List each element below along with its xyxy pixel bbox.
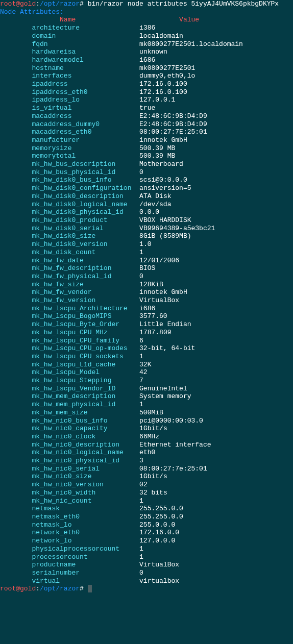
attr-name: netmask	[32, 505, 60, 512]
attr-value: innotek GmbH	[139, 136, 187, 144]
attr-name: mk_hw_lscpu_CPU_op-modes	[32, 344, 127, 352]
table-row: macaddress_eth0 08:00:27:7E:25:01	[0, 128, 293, 136]
attr-name: macaddress_eth0	[32, 128, 91, 136]
attr-name: interfaces	[32, 72, 71, 80]
attr-value: System memory	[139, 392, 191, 400]
attr-value: 66MHz	[139, 433, 159, 440]
attr-value: 08:00:27:7E:25:01	[139, 128, 207, 136]
attr-name: ipaddress	[32, 80, 67, 88]
attr-name: macaddress	[32, 112, 71, 120]
attr-name: mk_hw_disk0_logical_name	[32, 201, 127, 208]
cursor	[88, 585, 92, 592]
prompt-user-host: root@gold	[0, 0, 36, 8]
attr-name: mk_hw_mem_physical_id	[32, 401, 115, 408]
attr-name: virtual	[32, 577, 60, 585]
attr-name: mk_hw_mem_size	[32, 409, 87, 416]
attr-value: mk0800277E2501.localdomain	[139, 40, 243, 48]
attr-name: physicalprocessorcount	[32, 545, 119, 553]
attr-value: 1Gbit/s	[139, 425, 167, 432]
attr-name: mk_hw_fw_version	[32, 296, 95, 304]
attr-name: ipaddress_eth0	[32, 88, 87, 96]
table-row: hardwaremodel i686	[0, 56, 293, 64]
attr-value: 02	[139, 481, 148, 488]
attr-name: mk_hw_nic0_serial	[32, 465, 100, 473]
attr-name: mk_hw_nic0_width	[32, 489, 95, 497]
table-row: mk_hw_disk0_version 1.0	[0, 240, 293, 249]
attr-name: mk_hw_lscpu_Vendor_ID	[32, 385, 115, 392]
table-row: mk_hw_nic0_version 02	[0, 481, 293, 489]
attr-value: 128KiB	[139, 281, 163, 288]
attr-name: mk_hw_nic0_bus_info	[32, 417, 107, 425]
prompt-line-1: root@gold:/opt/razor# bin/razor node att…	[0, 0, 293, 8]
table-row: mk_hw_fw_version VirtualBox	[0, 296, 293, 305]
attr-value: 32-bit, 64-bit	[139, 344, 195, 352]
table-row: mk_hw_lscpu_Vendor_ID GenuineIntel	[0, 385, 293, 393]
attr-name: mk_hw_fw_description	[32, 264, 111, 272]
attr-name: mk_hw_nic0_version	[32, 481, 103, 488]
attr-value: Little Endian	[139, 320, 191, 328]
attr-name: domain	[32, 32, 56, 40]
attr-name: mk_hw_disk0_bus_info	[32, 176, 111, 184]
attr-value: Motherboard	[139, 160, 183, 168]
table-row: ipaddress_lo 127.0.0.1	[0, 96, 293, 104]
attr-name: mk_hw_disk0_product	[32, 216, 107, 224]
attr-value: 1787.809	[139, 329, 171, 336]
table-row: productname VirtualBox	[0, 561, 293, 569]
table-row: mk_hw_nic_count 1	[0, 497, 293, 505]
table-row: mk_hw_lscpu_BogoMIPS 3577.60	[0, 312, 293, 320]
table-row: mk_hw_bus_physical_id 0	[0, 168, 293, 177]
attr-value: dummy0,eth0,lo	[139, 72, 195, 80]
attr-value: 3577.60	[139, 312, 167, 320]
attr-value: 500MiB	[139, 409, 163, 416]
table-row: mk_hw_disk0_physical_id 0.0.0	[0, 208, 293, 216]
prompt-line-2: root@gold:/opt/razor#	[0, 585, 293, 593]
attr-value: 172.16.0.100	[139, 80, 187, 88]
attr-value: VirtualBox	[139, 561, 179, 568]
table-row: physicalprocessorcount 1	[0, 545, 293, 553]
attr-name: mk_hw_nic0_capacity	[32, 425, 107, 432]
table-row: ipaddress_eth0 172.16.0.100	[0, 88, 293, 96]
header-value-col: Value	[179, 16, 199, 23]
table-row: mk_hw_nic0_bus_info pci@0000:00:03.0	[0, 417, 293, 425]
table-row: manufacturer innotek GmbH	[0, 136, 293, 144]
attr-value: 500.39 MB	[139, 152, 175, 160]
table-row: is_virtual true	[0, 104, 293, 112]
table-row: ipaddress 172.16.0.100	[0, 80, 293, 88]
table-row: mk_hw_disk0_configuration ansiversion=5	[0, 184, 293, 192]
table-row: mk_hw_disk0_product VBOX HARDDISK	[0, 216, 293, 225]
attr-value: 0.0.0	[139, 208, 159, 216]
table-row: mk_hw_lscpu_CPU_op-modes 32-bit, 64-bit	[0, 344, 293, 353]
table-row: mk_hw_lscpu_CPU_family 6	[0, 337, 293, 345]
attr-value: 0	[139, 273, 143, 280]
table-row: network_eth0 172.16.0.0	[0, 529, 293, 537]
attr-value: eth0	[139, 449, 155, 456]
attr-value: 255.255.0.0	[139, 513, 183, 521]
table-row: mk_hw_nic0_physical_id 3	[0, 457, 293, 465]
table-row: domain localdomain	[0, 32, 293, 40]
attr-name: productname	[32, 561, 76, 568]
attr-name: is_virtual	[32, 104, 71, 112]
attr-name: mk_hw_nic0_logical_name	[32, 449, 123, 456]
table-row: mk_hw_disk0_serial VB99694389-a5e3bc21	[0, 225, 293, 233]
terminal[interactable]: root@gold:/opt/razor# bin/razor node att…	[0, 0, 293, 593]
attr-value: E2:48:6C:9B:D4:D9	[139, 112, 207, 120]
attr-value: i686	[139, 305, 155, 312]
attr-name: mk_hw_nic0_size	[32, 473, 91, 480]
attr-value: 172.16.0.100	[139, 88, 187, 96]
attr-value: 0	[139, 168, 143, 176]
attr-value: 172.16.0.0	[139, 529, 179, 536]
attr-value: 255.255.0.0	[139, 505, 183, 512]
prompt-path-2: /opt/razor	[40, 585, 80, 592]
attr-value: i386	[139, 24, 155, 32]
attr-value: true	[139, 104, 155, 112]
table-row: mk_hw_disk0_description ATA Disk	[0, 192, 293, 201]
attr-name: mk_hw_fw_vendor	[32, 288, 91, 296]
table-row: netmask 255.255.0.0	[0, 505, 293, 513]
header-name-col: Name	[60, 16, 76, 23]
attr-value: 7	[139, 377, 143, 384]
table-row: hostname mk0800277E2501	[0, 64, 293, 72]
attr-value: 08:00:27:7e:25:01	[139, 465, 207, 473]
attr-value: unknown	[139, 48, 167, 56]
attr-value: Ethernet interface	[139, 441, 211, 449]
attr-name: architecture	[32, 24, 80, 32]
